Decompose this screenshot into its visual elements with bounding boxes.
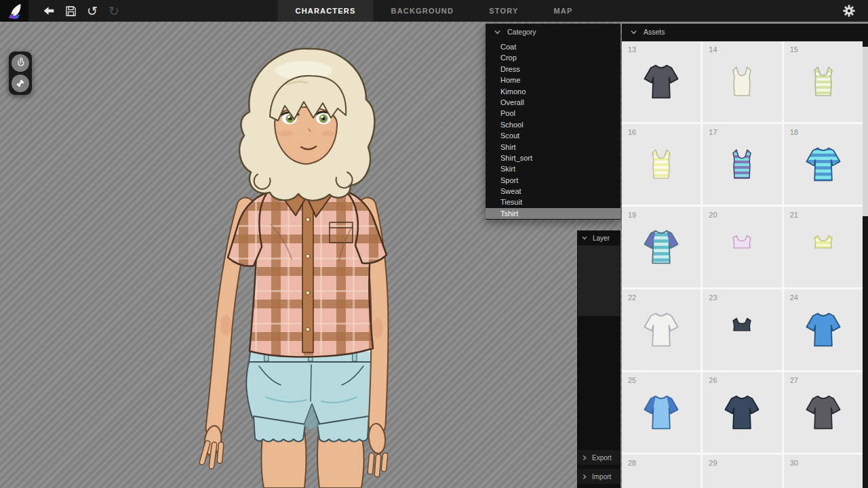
- asset-thumbnail: [724, 312, 760, 348]
- category-item-dress[interactable]: Dress: [486, 64, 620, 75]
- asset-thumbnail: [800, 141, 847, 188]
- asset-number: 29: [709, 459, 717, 467]
- redo-icon: ↻: [108, 5, 119, 18]
- main-tabs: CHARACTERSBACKGROUNDSTORYMAP: [277, 0, 590, 22]
- scrollbar-thumb[interactable]: [863, 47, 868, 216]
- asset-number: 18: [790, 128, 798, 136]
- app-logo[interactable]: [0, 0, 28, 22]
- category-item-sport[interactable]: Sport: [486, 175, 620, 186]
- asset-cell-20[interactable]: 20: [703, 207, 781, 287]
- category-item-sweat[interactable]: Sweat: [486, 186, 620, 197]
- undo-icon: ↺: [87, 5, 98, 18]
- spacer: [577, 316, 620, 450]
- settings-button[interactable]: [837, 0, 861, 22]
- asset-thumbnail: [637, 389, 685, 436]
- asset-cell-19[interactable]: 19: [622, 207, 701, 287]
- undo-button[interactable]: ↺: [81, 0, 103, 22]
- category-item-pool[interactable]: Pool: [486, 108, 620, 119]
- tab-background[interactable]: BACKGROUND: [373, 0, 471, 22]
- tab-characters[interactable]: CHARACTERS: [277, 0, 373, 22]
- category-item-skirt[interactable]: Skirt: [486, 163, 620, 174]
- asset-thumbnail: [724, 230, 760, 265]
- category-item-overall[interactable]: Overall: [486, 97, 620, 108]
- save-icon: [64, 4, 78, 18]
- assets-panel: Assets 131415161718192021222324252627282…: [622, 24, 868, 488]
- asset-number: 17: [709, 128, 717, 136]
- asset-number: 25: [628, 376, 636, 384]
- asset-cell-27[interactable]: 27: [784, 372, 863, 453]
- category-item-shirt[interactable]: Shirt: [486, 142, 620, 152]
- export-button[interactable]: Export: [578, 450, 620, 465]
- asset-cell-23[interactable]: 23: [703, 289, 781, 370]
- import-label: Import: [592, 473, 611, 481]
- category-item-home[interactable]: Home: [486, 75, 620, 85]
- category-panel-title: Category: [507, 28, 536, 36]
- redo-button[interactable]: ↻: [103, 0, 125, 22]
- asset-thumbnail: [718, 389, 766, 436]
- layer-panel-header[interactable]: Layer: [577, 230, 620, 245]
- category-panel-header[interactable]: Category: [486, 24, 620, 40]
- category-panel: Category CoatCropDressHomeKimonoOverallP…: [486, 24, 620, 220]
- asset-thumbnail: [641, 144, 682, 185]
- asset-cell-26[interactable]: 26: [703, 372, 781, 453]
- asset-cell-17[interactable]: 17: [703, 124, 781, 205]
- assets-panel-header[interactable]: Assets: [622, 24, 868, 40]
- category-item-tshirt[interactable]: Tshirt: [486, 208, 620, 219]
- asset-thumbnail: [800, 306, 847, 354]
- asset-cell-30[interactable]: 30: [784, 455, 863, 488]
- asset-number: 28: [628, 459, 636, 467]
- asset-cell-21[interactable]: 21: [784, 207, 863, 287]
- tab-story[interactable]: STORY: [471, 0, 536, 22]
- tab-map[interactable]: MAP: [536, 0, 590, 22]
- asset-cell-15[interactable]: 15: [784, 41, 863, 122]
- top-toolbar: ↺ ↻ CHARACTERSBACKGROUNDSTORYMAP: [0, 0, 868, 22]
- asset-cell-29[interactable]: 29: [703, 455, 781, 488]
- asset-cell-28[interactable]: 28: [622, 455, 701, 488]
- asset-number: 15: [790, 45, 798, 54]
- asset-thumbnail: [806, 230, 841, 265]
- asset-thumbnail: [722, 144, 762, 185]
- asset-number: 20: [709, 211, 717, 219]
- asset-cell-14[interactable]: 14: [703, 41, 781, 122]
- asset-number: 16: [628, 128, 636, 136]
- asset-number: 30: [790, 459, 798, 467]
- bone-tool-button[interactable]: [12, 75, 29, 92]
- asset-thumbnail: [637, 58, 685, 106]
- asset-number: 23: [709, 293, 717, 302]
- import-button[interactable]: Import: [578, 469, 620, 484]
- asset-cell-25[interactable]: 25: [622, 372, 701, 453]
- asset-thumbnail: [803, 62, 844, 102]
- back-arrow-icon: [41, 3, 56, 18]
- chevron-right-icon: [583, 455, 587, 461]
- back-button[interactable]: [38, 0, 60, 22]
- category-item-school[interactable]: School: [486, 119, 620, 130]
- assets-grid: 131415161718192021222324252627282930: [622, 41, 863, 488]
- asset-number: 27: [790, 376, 798, 384]
- asset-cell-13[interactable]: 13: [622, 41, 701, 122]
- category-item-crop[interactable]: Crop: [486, 52, 620, 63]
- asset-number: 22: [628, 293, 636, 302]
- bone-tool-icon: [14, 77, 27, 90]
- chevron-right-icon: [583, 474, 587, 480]
- chevron-down-icon: [494, 30, 500, 35]
- asset-thumbnail: [637, 306, 685, 354]
- asset-cell-24[interactable]: 24: [784, 289, 863, 370]
- category-item-tiesuit[interactable]: Tiesuit: [486, 197, 620, 207]
- tool-palette: [9, 52, 32, 95]
- layer-column: Layer Export Import: [577, 230, 620, 488]
- asset-number: 13: [628, 45, 636, 54]
- asset-cell-16[interactable]: 16: [622, 124, 701, 205]
- layer-list-empty: [578, 245, 620, 316]
- asset-thumbnail: [800, 389, 847, 436]
- category-item-shirt_sort[interactable]: Shirt_sort: [486, 152, 620, 163]
- assets-panel-title: Assets: [644, 28, 665, 36]
- category-item-kimono[interactable]: Kimono: [486, 86, 620, 97]
- asset-number: 24: [790, 293, 798, 302]
- category-item-scout[interactable]: Scout: [486, 130, 620, 141]
- save-button[interactable]: [60, 0, 81, 22]
- asset-cell-22[interactable]: 22: [622, 289, 701, 370]
- assets-scrollbar[interactable]: [863, 41, 868, 488]
- asset-cell-18[interactable]: 18: [784, 124, 863, 205]
- category-item-coat[interactable]: Coat: [486, 41, 620, 52]
- hand-tool-button[interactable]: [12, 54, 29, 72]
